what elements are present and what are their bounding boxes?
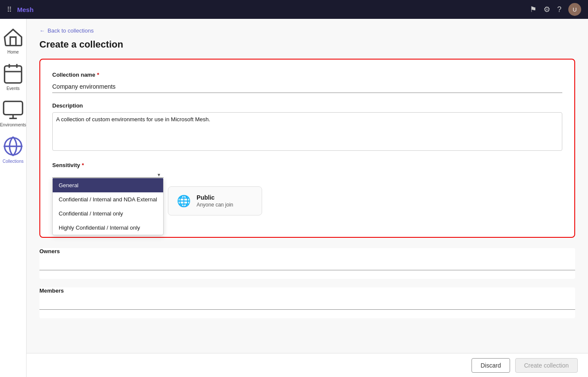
avatar[interactable]: U bbox=[568, 3, 581, 16]
home-label: Home bbox=[7, 50, 19, 54]
sensitivity-required: * bbox=[82, 162, 84, 168]
main-wrapper: Home Events Environments bbox=[0, 19, 588, 377]
members-label: Members bbox=[39, 287, 575, 294]
collections-icon bbox=[2, 135, 24, 158]
sidebar-item-environments[interactable]: Environments bbox=[0, 95, 26, 131]
breadcrumb-link[interactable]: Back to collections bbox=[48, 27, 94, 34]
sidebar-item-home[interactable]: Home bbox=[0, 22, 26, 58]
sensitivity-option-confidential-nda[interactable]: Confidential / Internal and NDA External bbox=[53, 192, 163, 206]
sidebar: Home Events Environments bbox=[0, 19, 27, 377]
gear-icon[interactable]: ⚙ bbox=[543, 5, 550, 14]
topbar: ⠿ Mesh ⚑ ⚙ ? U bbox=[0, 0, 588, 19]
collection-name-input[interactable] bbox=[52, 81, 562, 93]
sensitivity-option-general[interactable]: General bbox=[53, 178, 163, 192]
collection-name-label: Collection name * bbox=[52, 72, 562, 78]
environments-icon bbox=[2, 99, 24, 121]
create-collection-button[interactable]: Create collection bbox=[515, 358, 578, 373]
sensitivity-option-confidential-internal[interactable]: Confidential / Internal only bbox=[53, 206, 163, 221]
owners-label: Owners bbox=[39, 248, 575, 254]
svg-rect-4 bbox=[3, 102, 22, 115]
svg-rect-0 bbox=[5, 66, 22, 83]
description-textarea[interactable]: A collection of custom environments for … bbox=[52, 112, 562, 151]
owners-input[interactable] bbox=[39, 258, 575, 270]
description-section: Description A collection of custom envir… bbox=[52, 102, 562, 153]
app-grid-icon[interactable]: ⠿ bbox=[7, 6, 12, 14]
page-title: Create a collection bbox=[39, 39, 575, 50]
access-card-public-desc: Anyone can join bbox=[197, 202, 233, 208]
sensitivity-dropdown-container: ▾ General Confidential / Internal and ND… bbox=[52, 172, 164, 178]
globe-icon: 🌐 bbox=[177, 194, 191, 208]
flag-icon[interactable]: ⚑ bbox=[530, 5, 537, 14]
discard-button[interactable]: Discard bbox=[472, 358, 510, 373]
sensitivity-option-highly-confidential[interactable]: Highly Confidential / Internal only bbox=[53, 221, 163, 235]
help-icon[interactable]: ? bbox=[557, 5, 561, 14]
environments-label: Environments bbox=[0, 123, 26, 127]
app-title: Mesh bbox=[17, 6, 526, 13]
description-label: Description bbox=[52, 102, 562, 109]
sensitivity-section: Sensitivity * ▾ General Confidential / I… bbox=[52, 162, 562, 215]
footer-bar: Discard Create collection bbox=[27, 353, 588, 377]
breadcrumb[interactable]: ← Back to collections bbox=[39, 27, 575, 34]
sensitivity-dropdown-trigger[interactable]: ▾ bbox=[52, 172, 164, 178]
access-card-public[interactable]: 🌐 Public Anyone can join bbox=[168, 186, 262, 215]
sidebar-item-collections[interactable]: Collections bbox=[0, 132, 26, 167]
breadcrumb-arrow: ← bbox=[39, 27, 45, 34]
access-card-public-text: Public Anyone can join bbox=[197, 194, 233, 208]
owners-section: Owners bbox=[39, 248, 575, 279]
chevron-down-icon: ▾ bbox=[158, 172, 160, 178]
access-card-public-title: Public bbox=[197, 194, 233, 201]
collection-name-section: Collection name * bbox=[52, 72, 562, 93]
members-input[interactable] bbox=[39, 297, 575, 310]
topbar-actions: ⚑ ⚙ ? U bbox=[530, 3, 581, 16]
form-card: Collection name * Description A collecti… bbox=[39, 59, 575, 238]
content-area: ← Back to collections Create a collectio… bbox=[27, 19, 588, 377]
events-icon bbox=[2, 62, 24, 85]
collections-label: Collections bbox=[3, 159, 24, 164]
sensitivity-dropdown-menu: General Confidential / Internal and NDA … bbox=[52, 178, 164, 235]
home-icon bbox=[2, 26, 24, 48]
sidebar-item-events[interactable]: Events bbox=[0, 59, 26, 94]
events-label: Events bbox=[6, 86, 20, 91]
sensitivity-label: Sensitivity * bbox=[52, 162, 562, 168]
members-section: Members bbox=[39, 287, 575, 318]
collection-name-required: * bbox=[97, 72, 99, 78]
